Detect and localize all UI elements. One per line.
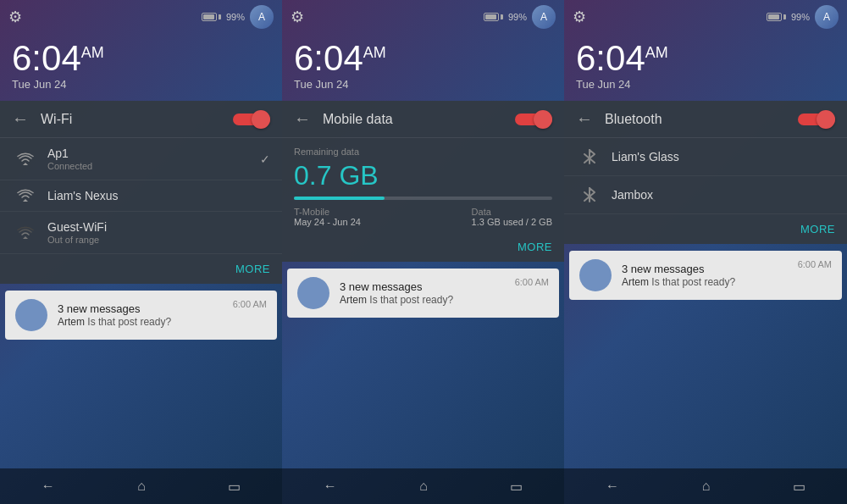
network-info: Liam's Nexus: [47, 189, 270, 202]
more-button[interactable]: MORE: [282, 232, 564, 262]
bt-device-name: Jambox: [612, 188, 653, 202]
data-bar-track: [294, 197, 552, 200]
mobile-data-toggle[interactable]: [515, 110, 552, 129]
bluetooth-toggle[interactable]: [798, 110, 835, 129]
back-nav-button[interactable]: ←: [592, 472, 633, 501]
data-value: 1.3 GB used / 2 GB: [472, 217, 552, 227]
back-nav-button[interactable]: ←: [310, 472, 351, 501]
notif-title: 3 new messages: [340, 280, 505, 293]
notif-time: 6:00 AM: [515, 277, 549, 287]
battery-icon: [202, 13, 221, 21]
notification-card[interactable]: 3 new messages Artem Is that post ready?…: [5, 291, 277, 340]
bluetooth-qs-panel: ← Bluetooth Liam's Glass: [564, 101, 847, 244]
panel-header: ← Mobile data: [282, 101, 564, 138]
status-bar: ⚙ 99% A: [282, 0, 564, 34]
nav-bar: ← ⌂ ▭: [282, 468, 564, 504]
back-button[interactable]: ←: [576, 109, 593, 129]
notif-avatar: [15, 299, 47, 331]
bt-device-liams-glass[interactable]: Liam's Glass: [564, 138, 847, 176]
back-button[interactable]: ←: [12, 109, 29, 129]
battery-text: 99%: [226, 12, 245, 22]
back-button[interactable]: ←: [294, 109, 311, 129]
back-nav-button[interactable]: ←: [28, 472, 69, 501]
time-block: 6:04AM Tue Jun 24: [0, 34, 282, 101]
carrier-col: T-Mobile May 24 - Jun 24: [294, 207, 361, 227]
more-button[interactable]: MORE: [564, 214, 847, 244]
panel-header: ← Bluetooth: [564, 101, 847, 138]
battery-text: 99%: [508, 12, 527, 22]
avatar: A: [815, 5, 839, 29]
panel-title: Wi-Fi: [41, 112, 233, 127]
nav-bar: ← ⌂ ▭: [0, 468, 282, 504]
time-block: 6:04AM Tue Jun 24: [564, 34, 847, 101]
notif-avatar: [297, 277, 329, 309]
data-col: Data 1.3 GB used / 2 GB: [472, 207, 552, 227]
avatar: A: [250, 5, 274, 29]
battery-icon: [484, 13, 503, 21]
time-display: 6:04AM: [576, 41, 835, 76]
avatar: A: [532, 5, 556, 29]
ampm: AM: [81, 44, 104, 61]
notif-content: 3 new messages Artem Is that post ready?: [340, 280, 505, 306]
gear-icon[interactable]: ⚙: [573, 8, 586, 26]
notif-time: 6:00 AM: [233, 299, 267, 309]
notification-card[interactable]: 3 new messages Artem Is that post ready?…: [569, 251, 842, 300]
carrier-value: May 24 - Jun 24: [294, 217, 361, 227]
recents-nav-button[interactable]: ▭: [496, 472, 536, 501]
home-nav-button[interactable]: ⌂: [406, 472, 441, 501]
carrier-label: T-Mobile: [294, 207, 361, 217]
ampm: AM: [645, 44, 668, 61]
network-guest-wifi[interactable]: Guest-WiFi Out of range: [0, 212, 282, 254]
time-value: 6:04: [294, 38, 363, 78]
gear-icon[interactable]: ⚙: [291, 8, 304, 26]
bluetooth-icon: [576, 186, 603, 203]
data-amount: 0.7 GB: [294, 160, 552, 191]
panel-title: Mobile data: [323, 112, 515, 127]
notif-title: 3 new messages: [58, 302, 223, 315]
home-nav-button[interactable]: ⌂: [689, 472, 724, 501]
bt-device-jambox[interactable]: Jambox: [564, 176, 847, 214]
wifi-phone-panel: ⚙ 99% A 6:04AM Tue Jun 24 ← Wi-Fi: [0, 0, 282, 504]
bluetooth-icon: [576, 148, 603, 165]
recents-nav-button[interactable]: ▭: [779, 472, 819, 501]
status-icons: 99% A: [484, 5, 556, 29]
notif-avatar: [579, 259, 612, 291]
wifi-signal-icon: [12, 189, 39, 202]
panel-title: Bluetooth: [605, 112, 798, 127]
network-info: Ap1 Connected: [47, 147, 260, 171]
home-nav-button[interactable]: ⌂: [124, 472, 159, 501]
network-info: Guest-WiFi Out of range: [47, 220, 270, 245]
date-display: Tue Jun 24: [12, 78, 270, 91]
recents-nav-button[interactable]: ▭: [214, 472, 254, 501]
bluetooth-phone-panel: ⚙ 99% A 6:04AM Tue Jun 24 ← Bluetooth: [564, 0, 847, 504]
time-value: 6:04: [576, 38, 645, 78]
remaining-label: Remaining data: [294, 147, 552, 157]
notif-sender: Artem: [340, 294, 367, 306]
network-name: Ap1: [47, 147, 260, 160]
gear-icon[interactable]: ⚙: [8, 8, 22, 26]
bt-device-name: Liam's Glass: [612, 150, 679, 163]
network-list: Ap1 Connected ✓ Liam's Nexus: [0, 138, 282, 254]
network-liams-nexus[interactable]: Liam's Nexus: [0, 180, 282, 212]
time-display: 6:04AM: [12, 41, 270, 76]
network-name: Guest-WiFi: [47, 220, 270, 234]
mobile-data-qs-panel: ← Mobile data Remaining data 0.7 GB T-Mo…: [282, 101, 564, 262]
status-icons: 99% A: [202, 5, 274, 29]
data-meta: T-Mobile May 24 - Jun 24 Data 1.3 GB use…: [294, 207, 552, 227]
mobile-data-phone-panel: ⚙ 99% A 6:04AM Tue Jun 24 ← Mobile data …: [282, 0, 564, 504]
wifi-qs-panel: ← Wi-Fi Ap1 Conn: [0, 101, 282, 284]
status-bar: ⚙ 99% A: [0, 0, 282, 34]
notif-subtitle: Artem Is that post ready?: [58, 316, 223, 328]
panel-header: ← Wi-Fi: [0, 101, 282, 138]
notif-preview: Is that post ready?: [87, 316, 171, 328]
data-content: Remaining data 0.7 GB T-Mobile May 24 - …: [282, 138, 564, 232]
status-bar: ⚙ 99% A: [564, 0, 847, 34]
notif-subtitle: Artem Is that post ready?: [622, 276, 788, 288]
network-ap1[interactable]: Ap1 Connected ✓: [0, 138, 282, 180]
data-label: Data: [472, 207, 552, 217]
wifi-toggle[interactable]: [233, 110, 270, 129]
time-value: 6:04: [12, 38, 81, 78]
notification-card[interactable]: 3 new messages Artem Is that post ready?…: [287, 269, 559, 318]
more-button[interactable]: MORE: [0, 254, 282, 284]
time-display: 6:04AM: [294, 41, 552, 76]
